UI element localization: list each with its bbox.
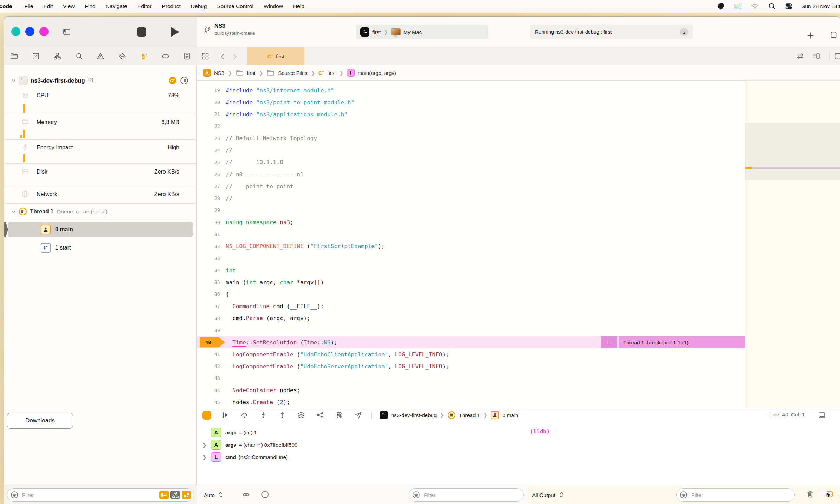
gauge-row-energy-impact[interactable]: Energy ImpactHigh	[4, 140, 197, 164]
breakpoint-actions-menu[interactable]: ≡	[601, 336, 617, 348]
memory-graph-button[interactable]	[316, 411, 324, 419]
code-line-29[interactable]: 29	[197, 204, 745, 216]
menu-item-help[interactable]: Help	[293, 3, 304, 9]
run-button[interactable]	[171, 27, 179, 37]
menu-clock[interactable]: Sun 28 Nov 13:06	[801, 3, 840, 9]
show-console-panel-icon[interactable]	[839, 490, 840, 498]
code-line-26[interactable]: 26// n0 -------------- n1	[197, 168, 745, 180]
menu-item-file[interactable]: File	[25, 3, 33, 9]
continue-button[interactable]	[221, 411, 230, 419]
performance-gauge-icon[interactable]	[168, 76, 177, 85]
window-close-button[interactable]	[11, 27, 20, 36]
toggle-navigator-icon[interactable]	[63, 27, 71, 36]
code-line-38[interactable]: 38 cmd.Parse (argc, argv);	[197, 312, 745, 324]
spotlight-search-icon[interactable]	[768, 2, 776, 11]
jump-bar-item[interactable]: first	[247, 70, 256, 76]
variables-filter-field[interactable]	[409, 488, 524, 502]
menu-item-source-control[interactable]: Source Control	[217, 3, 253, 9]
debug-breadcrumb-item[interactable]: Thread 1	[459, 412, 480, 418]
scheme-filter-button[interactable]	[170, 491, 180, 499]
code-line-23[interactable]: 23// Default Network Topology	[197, 133, 745, 144]
jump-bar-item[interactable]: NS3	[214, 70, 224, 76]
xcode-menu-icon[interactable]	[717, 2, 725, 11]
menu-item-edit[interactable]: Edit	[44, 3, 53, 9]
code-line-27[interactable]: 27// point-to-point	[197, 180, 745, 192]
variables-view[interactable]: Aargc= (int) 1❯Aargv= (char **) 0x7ffeef…	[202, 426, 529, 463]
breakpoint-gutter[interactable]: 40	[197, 337, 226, 348]
code-line-44[interactable]: 44 NodeContainer nodes;	[197, 385, 745, 396]
console-filter-input[interactable]	[676, 488, 795, 502]
code-line-36[interactable]: 36{	[197, 288, 745, 300]
stop-button[interactable]	[137, 27, 146, 37]
code-line-39[interactable]: 39	[197, 324, 745, 336]
breakpoints-toggle-button[interactable]	[202, 411, 211, 420]
code-line-34[interactable]: 34int	[197, 264, 745, 276]
code-line-43[interactable]: 43	[197, 372, 745, 384]
code-line-25[interactable]: 25// 10.1.1.0	[197, 156, 745, 168]
minimap-visible-region[interactable]	[745, 123, 840, 180]
variable-row-cmd[interactable]: ❯Lcmd(ns3::CommandLine)	[202, 451, 529, 463]
code-line-19[interactable]: 19#include "ns3/internet-module.h"	[197, 84, 745, 96]
navigator-filter-field[interactable]	[7, 488, 194, 502]
view-process-by-thread-icon[interactable]	[180, 76, 188, 85]
thread-row[interactable]: ∨ Thread 1 Queue: c...ad (serial)	[4, 206, 197, 218]
gauge-row-memory[interactable]: Memory6,8 MB	[4, 114, 197, 140]
activity-status[interactable]: Running ns3-dev-first-debug : first 2	[530, 25, 693, 39]
code-line-45[interactable]: 45 nodes.Create (2);	[197, 396, 745, 408]
jump-bar-item[interactable]: Source Files	[278, 70, 307, 76]
navigator-tab-symbols-icon[interactable]	[53, 52, 62, 60]
info-icon[interactable]	[261, 490, 269, 499]
status-badge[interactable]: 2	[680, 28, 688, 36]
chevron-down-icon[interactable]: ∨	[11, 209, 16, 214]
code-line-24[interactable]: 24//	[197, 144, 745, 156]
menu-item-window[interactable]: Window	[264, 3, 283, 9]
code-line-33[interactable]: 33	[197, 252, 745, 264]
gauge-row-disk[interactable]: DiskZero KB/s	[4, 164, 197, 186]
gauge-row-cpu[interactable]: CPU78%	[4, 88, 197, 114]
adjust-editor-icon[interactable]	[796, 52, 805, 60]
jump-bar-item[interactable]: main(argc, argv)	[358, 70, 396, 76]
navigator-tab-find-icon[interactable]	[75, 52, 83, 60]
menu-item-debug[interactable]: Debug	[191, 3, 207, 9]
control-center-icon[interactable]	[784, 2, 793, 11]
navigator-tab-reports-icon[interactable]	[183, 52, 191, 60]
code-line-37[interactable]: 37 CommandLine cmd (__FILE__);	[197, 301, 745, 312]
flagged-filter-button[interactable]	[159, 491, 169, 499]
related-items-icon[interactable]	[201, 52, 209, 60]
stack-frame-main[interactable]: 0 main	[8, 222, 193, 237]
menu-item-view[interactable]: View	[63, 3, 75, 9]
variable-row-argc[interactable]: Aargc= (int) 1	[202, 426, 529, 439]
project-title-block[interactable]: NS3 buildsystem-cmake	[203, 23, 255, 36]
process-row[interactable]: ∨ >_ ns3-dev-first-debug Pl...	[4, 73, 197, 88]
wifi-icon[interactable]	[751, 2, 759, 11]
code-line-35[interactable]: 35main (int argc, char *argv[])	[197, 276, 745, 288]
variables-scope-selector[interactable]: Auto	[204, 491, 225, 499]
step-out-button[interactable]	[278, 411, 286, 419]
jump-bar-item[interactable]: first	[327, 70, 336, 76]
chevron-down-icon[interactable]: ∨	[11, 78, 16, 83]
console-output-selector[interactable]: All Output	[532, 491, 566, 499]
menu-item-product[interactable]: Product	[162, 3, 180, 9]
downloads-button[interactable]: Downloads	[7, 413, 73, 429]
code-line-21[interactable]: 21#include "ns3/applications-module.h"	[197, 108, 745, 120]
breakpoint-badge[interactable]: 40	[200, 337, 225, 348]
quicklook-icon[interactable]	[242, 490, 250, 499]
scheme-name[interactable]: first	[372, 29, 381, 35]
code-line-31[interactable]: 31	[197, 228, 745, 240]
window-zoom-button[interactable]	[39, 27, 49, 36]
code-line-41[interactable]: 41 LogComponentEnable ("UdpEchoClientApp…	[197, 348, 745, 360]
menu-item-find[interactable]: Find	[85, 3, 96, 9]
location-button[interactable]	[354, 411, 362, 419]
navigator-tab-tests-icon[interactable]	[118, 52, 127, 60]
input-source-icon[interactable]	[734, 4, 742, 9]
disclosure-icon[interactable]: ❯	[202, 454, 211, 460]
navigator-tab-breakpoints-icon[interactable]	[161, 52, 170, 60]
back-icon[interactable]	[219, 52, 227, 61]
navigator-tab-debug-icon[interactable]	[140, 52, 148, 60]
code-line-30[interactable]: 30using namespace ns3;	[197, 217, 745, 228]
code-line-22[interactable]: 22	[197, 120, 745, 132]
code-line-42[interactable]: 42 LogComponentEnable ("UdpEchoServerApp…	[197, 360, 745, 372]
recent-filter-button[interactable]	[182, 491, 191, 499]
step-over-button[interactable]	[240, 411, 248, 419]
split-editor-icon[interactable]	[834, 52, 840, 60]
